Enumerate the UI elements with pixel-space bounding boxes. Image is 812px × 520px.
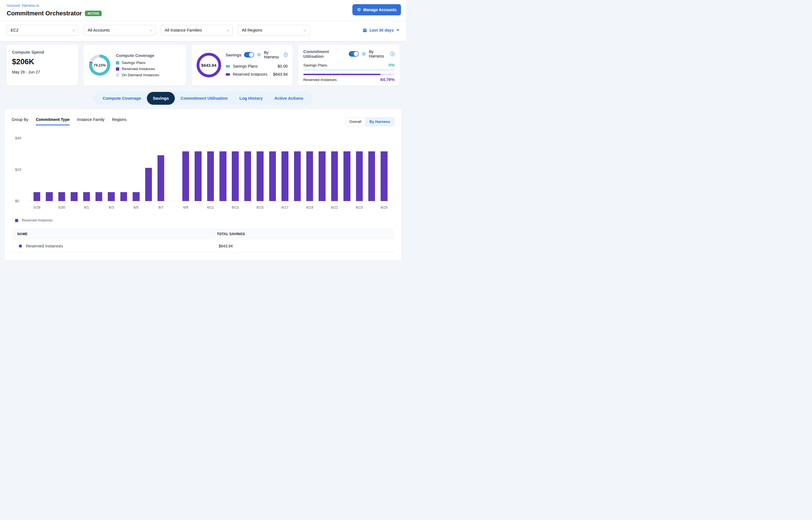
- x-tick: 6/7: [155, 205, 167, 209]
- bar-6/13[interactable]: [232, 151, 238, 201]
- chevron-down-icon: [227, 28, 230, 31]
- bar-5/28[interactable]: [33, 192, 40, 201]
- bar-6/10[interactable]: [194, 151, 201, 201]
- regions-select[interactable]: All Regions: [238, 25, 310, 35]
- bar-6/15[interactable]: [257, 151, 263, 201]
- sp-utilisation-value: 0%: [388, 62, 395, 67]
- ri-utilisation-fill: [303, 74, 381, 75]
- x-tick: [142, 205, 155, 209]
- bar-6/7[interactable]: [157, 155, 164, 201]
- savings-title: Savings: [226, 52, 242, 57]
- bar-6/24[interactable]: [368, 151, 375, 201]
- commitment-utilisation-card: Commitment Utilisation By Harness i Savi…: [298, 45, 400, 86]
- by-harness-toggle[interactable]: [244, 52, 254, 57]
- bar-6/12[interactable]: [219, 151, 226, 201]
- x-tick: 6/21: [329, 205, 341, 209]
- x-tick: 6/19: [304, 205, 316, 209]
- x-tick: 6/11: [204, 205, 217, 209]
- row-label: Reserved Instances: [233, 72, 270, 77]
- bar-6/20[interactable]: [319, 151, 325, 201]
- x-tick: 5/30: [56, 205, 68, 209]
- group-by-regions[interactable]: Regions: [112, 117, 126, 125]
- by-harness-toggle[interactable]: [349, 51, 359, 57]
- bar-5/31[interactable]: [71, 192, 77, 201]
- x-tick: [366, 205, 378, 209]
- regions-select-value: All Regions: [242, 28, 262, 32]
- instance-families-select-value: All Instance Families: [165, 28, 202, 32]
- bar-6/22[interactable]: [343, 151, 350, 201]
- bar-6/4[interactable]: [120, 192, 127, 201]
- bar-6/18[interactable]: [294, 151, 301, 201]
- tab-log-history[interactable]: Log History: [233, 92, 268, 105]
- bar-6/21[interactable]: [331, 151, 338, 201]
- bar-6/14[interactable]: [244, 151, 251, 201]
- y-tick: $20: [15, 167, 27, 172]
- bar-6/3[interactable]: [108, 192, 114, 201]
- bar-6/9[interactable]: [182, 151, 189, 201]
- account-link[interactable]: Account: Harness.io: [7, 3, 39, 7]
- view-overall[interactable]: Overall: [345, 118, 366, 126]
- coverage-percentage: 79.23%: [89, 54, 110, 76]
- bar-6/6[interactable]: [145, 168, 152, 201]
- tab-compute-coverage[interactable]: Compute Coverage: [97, 92, 147, 105]
- x-tick: 6/23: [353, 205, 366, 209]
- service-select[interactable]: EC2: [7, 25, 78, 35]
- sp-utilisation-label: Savings Plans: [303, 63, 327, 67]
- x-tick: 6/13: [229, 205, 241, 209]
- view-by-harness[interactable]: By Harness: [366, 118, 394, 126]
- x-tick: [167, 205, 179, 209]
- summary-cards: Compute Spend $206K May 28 - Jun 27 79.2…: [6, 45, 400, 86]
- x-tick: [68, 205, 80, 209]
- x-tick: [241, 205, 254, 209]
- bar-6/5[interactable]: [133, 192, 139, 201]
- bar-6/16[interactable]: [269, 151, 276, 201]
- bar-6/11[interactable]: [207, 151, 214, 201]
- group-by-commitment-type[interactable]: Commitment Type: [36, 117, 70, 125]
- x-tick: [117, 205, 130, 209]
- compute-spend-period: May 28 - Jun 27: [12, 70, 72, 74]
- bar-6/17[interactable]: [282, 151, 288, 201]
- info-icon[interactable]: i: [390, 52, 395, 56]
- sp-utilisation-bar: [303, 69, 395, 71]
- group-by-instance-family[interactable]: Instance Family: [77, 117, 104, 125]
- group-by-bar: Group By Commitment Type Instance Family…: [12, 117, 127, 125]
- reserved-instances-swatch: [116, 67, 119, 71]
- chart-legend-reserved-instances[interactable]: Reserved Instances: [14, 218, 394, 223]
- accounts-select[interactable]: All Accounts: [84, 25, 156, 35]
- x-tick: 6/5: [130, 205, 142, 209]
- bar-6/23[interactable]: [356, 151, 363, 201]
- bar-5/30[interactable]: [58, 192, 65, 201]
- manage-accounts-button[interactable]: ⚙ Manage Accounts: [352, 4, 401, 15]
- tab-commitment-utilisation[interactable]: Commitment Utilisation: [175, 92, 233, 105]
- info-icon[interactable]: i: [284, 52, 288, 57]
- chevron-down-icon: [72, 28, 75, 31]
- y-tick: $40: [15, 136, 27, 140]
- x-tick: [266, 205, 279, 209]
- y-tick: $0: [15, 199, 27, 203]
- tab-savings[interactable]: Savings: [147, 92, 175, 105]
- x-tick: 5/28: [31, 205, 43, 209]
- date-range-picker[interactable]: Last 30 days: [362, 28, 399, 33]
- bar-6/2[interactable]: [96, 192, 102, 201]
- x-tick: [43, 205, 55, 209]
- commitment-utilisation-title: Commitment Utilisation: [303, 49, 346, 59]
- by-harness-label: By Harness: [369, 49, 388, 58]
- by-harness-label: By Harness: [264, 50, 282, 59]
- savings-row-savings-plans: Savings Plans $0.00: [226, 64, 288, 69]
- row-swatch: [18, 243, 23, 248]
- bar-5/29[interactable]: [46, 192, 52, 201]
- caret-down-icon: [396, 29, 399, 31]
- bar-6/25[interactable]: [381, 151, 387, 201]
- bar-6/1[interactable]: [83, 192, 90, 201]
- x-tick: [192, 205, 204, 209]
- x-tick: 6/9: [180, 205, 192, 209]
- savings-card: $643.94 Savings By Harnes: [191, 45, 293, 86]
- page-title: Commitment Orchestrator: [7, 10, 82, 17]
- chevron-down-icon: [149, 28, 153, 31]
- x-tick: [291, 205, 304, 209]
- status-badge: ACTIVE: [85, 10, 102, 16]
- x-tick: 6/1: [80, 205, 93, 209]
- instance-families-select[interactable]: All Instance Families: [161, 25, 233, 35]
- bar-6/19[interactable]: [306, 151, 313, 201]
- tab-active-actions[interactable]: Active Actions: [269, 92, 309, 105]
